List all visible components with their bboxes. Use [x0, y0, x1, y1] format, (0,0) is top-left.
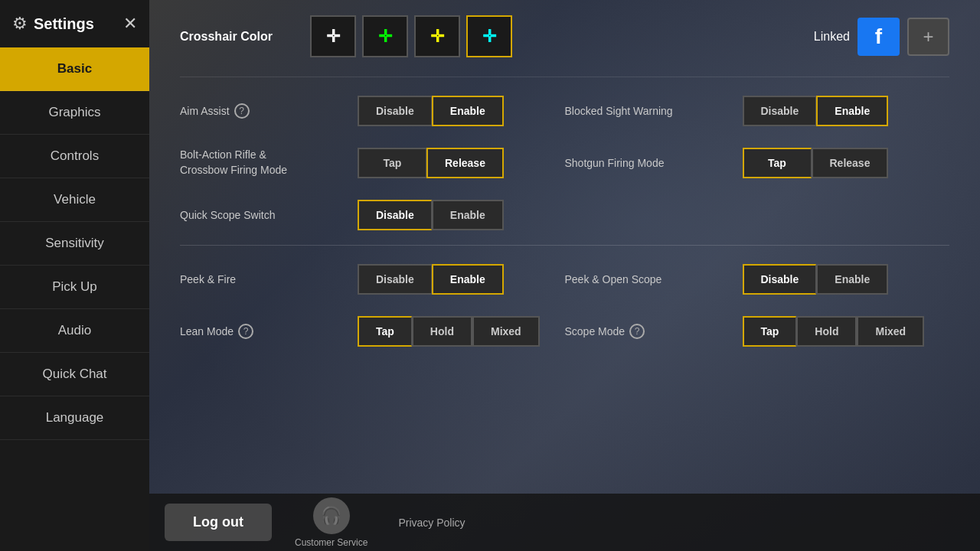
- bolt-action-tap-btn[interactable]: Tap: [358, 148, 426, 178]
- sidebar-item-sensitivity[interactable]: Sensitivity: [0, 222, 149, 266]
- crosshair-btn-yellow[interactable]: ✛: [414, 15, 460, 57]
- sidebar-items: Basic Graphics Controls Vehicle Sensitiv…: [0, 47, 149, 551]
- crosshair-yellow-symbol: ✛: [430, 27, 444, 47]
- section-separator: [180, 245, 949, 246]
- aim-assist-row: Aim Assist ? Disable Enable: [180, 85, 565, 137]
- aim-assist-label: Aim Assist ?: [180, 103, 348, 119]
- quick-scope-label: Quick Scope Switch: [180, 209, 348, 221]
- empty-cell: [565, 189, 950, 241]
- shotgun-label: Shotgun Firing Mode: [565, 157, 733, 169]
- scope-mode-help-icon[interactable]: ?: [629, 324, 645, 339]
- quick-scope-enable-btn[interactable]: Enable: [432, 200, 504, 230]
- scope-mode-tap-btn[interactable]: Tap: [743, 316, 797, 347]
- sidebar-item-controls[interactable]: Controls: [0, 135, 149, 178]
- peek-scope-btn-group: Disable Enable: [743, 264, 889, 295]
- settings-title-row: ⚙ Settings: [12, 14, 94, 34]
- crosshair-label: Crosshair Color: [180, 30, 302, 44]
- close-icon[interactable]: ✕: [123, 14, 137, 34]
- peek-scope-disable-btn[interactable]: Disable: [743, 264, 817, 295]
- gear-icon: ⚙: [12, 14, 28, 34]
- peek-fire-btn-group: Disable Enable: [358, 264, 504, 295]
- bolt-action-release-btn[interactable]: Release: [426, 148, 504, 178]
- settings-panel: Crosshair Color ✛ ✛ ✛ ✛ Linked f: [149, 0, 980, 551]
- shotgun-release-btn[interactable]: Release: [812, 148, 889, 178]
- linked-section: Linked f +: [814, 18, 949, 56]
- blocked-sight-enable-btn[interactable]: Enable: [816, 96, 888, 126]
- settings-grid: Aim Assist ? Disable Enable Blocked Sigh…: [180, 85, 949, 241]
- sidebar-item-audio[interactable]: Audio: [0, 309, 149, 353]
- aim-assist-enable-btn[interactable]: Enable: [432, 96, 504, 126]
- aim-assist-disable-btn[interactable]: Disable: [358, 96, 432, 126]
- lean-mode-btn-group: Tap Hold Mixed: [358, 316, 540, 347]
- crosshair-btn-green[interactable]: ✛: [362, 15, 408, 57]
- scope-mode-hold-btn[interactable]: Hold: [796, 316, 857, 347]
- add-link-button[interactable]: +: [907, 18, 949, 56]
- lean-mode-hold-btn[interactable]: Hold: [412, 316, 472, 347]
- bolt-action-btn-group: Tap Release: [358, 148, 504, 178]
- quick-scope-row: Quick Scope Switch Disable Enable: [180, 189, 565, 241]
- sidebar-item-quickchat[interactable]: Quick Chat: [0, 353, 149, 396]
- bolt-action-row: Bolt-Action Rifle &Crossbow Firing Mode …: [180, 137, 565, 189]
- sidebar-header: ⚙ Settings ✕: [0, 0, 149, 47]
- lean-mode-label: Lean Mode ?: [180, 324, 348, 339]
- crosshair-cyan-symbol: ✛: [482, 27, 496, 47]
- sidebar-item-graphics[interactable]: Graphics: [0, 91, 149, 135]
- peek-fire-disable-btn[interactable]: Disable: [358, 264, 432, 295]
- blocked-sight-row: Blocked Sight Warning Disable Enable: [565, 85, 950, 137]
- scope-mode-btn-group: Tap Hold Mixed: [743, 316, 925, 347]
- settings-title: Settings: [34, 15, 94, 33]
- crosshair-btn-white[interactable]: ✛: [310, 15, 356, 57]
- aim-assist-help-icon[interactable]: ?: [234, 103, 250, 119]
- shotgun-btn-group: Tap Release: [743, 148, 889, 178]
- quick-scope-btn-group: Disable Enable: [358, 200, 504, 230]
- crosshair-white-symbol: ✛: [326, 27, 340, 47]
- divider-1: [180, 77, 949, 77]
- sidebar-item-language[interactable]: Language: [0, 396, 149, 440]
- peek-scope-label: Peek & Open Scope: [565, 273, 733, 285]
- blocked-sight-disable-btn[interactable]: Disable: [743, 96, 817, 126]
- peek-fire-row: Peek & Fire Disable Enable: [180, 253, 565, 305]
- lean-mode-row: Lean Mode ? Tap Hold Mixed: [180, 305, 565, 357]
- peek-scope-enable-btn[interactable]: Enable: [816, 264, 888, 295]
- crosshair-green-symbol: ✛: [378, 27, 392, 47]
- main-content: Crosshair Color ✛ ✛ ✛ ✛ Linked f: [149, 0, 980, 551]
- shotgun-tap-btn[interactable]: Tap: [743, 148, 812, 178]
- blocked-sight-label: Blocked Sight Warning: [565, 105, 733, 117]
- sidebar-item-pickup[interactable]: Pick Up: [0, 266, 149, 309]
- lean-mode-help-icon[interactable]: ?: [238, 324, 253, 339]
- peek-fire-label: Peek & Fire: [180, 273, 348, 285]
- plus-icon: +: [923, 26, 933, 47]
- crosshair-btn-cyan[interactable]: ✛: [466, 15, 512, 57]
- facebook-icon: f: [875, 24, 882, 49]
- peek-fire-enable-btn[interactable]: Enable: [432, 264, 504, 295]
- sidebar-item-vehicle[interactable]: Vehicle: [0, 178, 149, 222]
- lean-mode-mixed-btn[interactable]: Mixed: [472, 316, 540, 347]
- facebook-link-button[interactable]: f: [858, 18, 900, 56]
- sidebar-item-basic[interactable]: Basic: [0, 47, 149, 91]
- shotgun-row: Shotgun Firing Mode Tap Release: [565, 137, 950, 189]
- settings-sidebar: ⚙ Settings ✕ Basic Graphics Controls Veh…: [0, 0, 149, 551]
- crosshair-options: ✛ ✛ ✛ ✛: [310, 15, 512, 57]
- blocked-sight-btn-group: Disable Enable: [743, 96, 889, 126]
- quick-scope-disable-btn[interactable]: Disable: [358, 200, 432, 230]
- aim-assist-btn-group: Disable Enable: [358, 96, 504, 126]
- scope-mode-label: Scope Mode ?: [565, 324, 733, 339]
- lean-mode-tap-btn[interactable]: Tap: [358, 316, 412, 347]
- scope-mode-row: Scope Mode ? Tap Hold Mixed: [565, 305, 950, 357]
- peek-section-grid: Peek & Fire Disable Enable Peek & Open S…: [180, 253, 949, 357]
- scope-mode-mixed-btn[interactable]: Mixed: [857, 316, 924, 347]
- crosshair-row: Crosshair Color ✛ ✛ ✛ ✛ Linked f: [180, 15, 949, 57]
- linked-label: Linked: [814, 30, 850, 44]
- bolt-action-label: Bolt-Action Rifle &Crossbow Firing Mode: [180, 148, 348, 178]
- peek-scope-row: Peek & Open Scope Disable Enable: [565, 253, 950, 305]
